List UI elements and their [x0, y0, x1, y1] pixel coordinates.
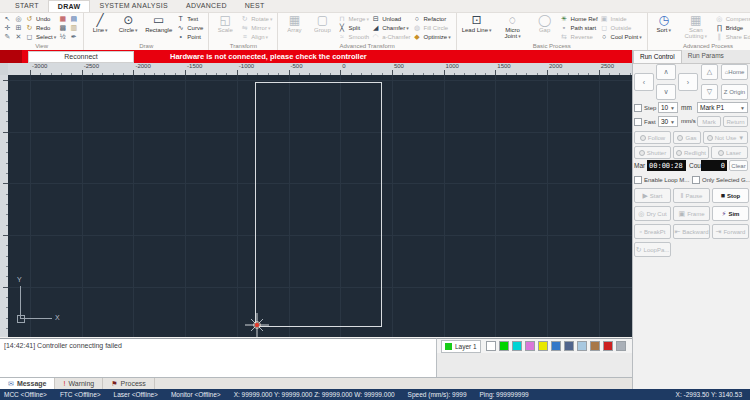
ribbon-item-reverse[interactable]: ⇆Reverse [560, 32, 598, 41]
drawing-canvas[interactable]: Y X [8, 75, 632, 337]
ribbon-item-circle[interactable]: ⊙Circle▾ [115, 14, 141, 33]
menu-tab-start[interactable]: START [6, 0, 48, 12]
redlight-toggle-button[interactable]: Redlight [673, 146, 709, 159]
layer-color-swatch-2[interactable] [499, 341, 509, 351]
jog-down-button[interactable]: ∨ [656, 84, 676, 100]
ribbon-item-mirror[interactable]: ⇋Mirror▾ [240, 23, 272, 32]
start-button[interactable]: ▶Start [634, 188, 671, 203]
layer-color-swatch-6[interactable] [551, 341, 561, 351]
ribbon-item-rectangle[interactable]: ▭Rectangle [143, 14, 174, 33]
ribbon-item-micro-joint[interactable]: ◌Micro Joint▾ [496, 14, 530, 39]
breakpt-button[interactable]: ▫BreakPt [634, 224, 671, 239]
mark-position-select[interactable]: Mark P1▼ [697, 102, 748, 113]
enable-loop-checkbox[interactable]: Enable Loop M... [634, 176, 689, 184]
ribbon-item-grid-red-icon[interactable]: ▦ [58, 14, 67, 23]
ribbon-item-home-ref[interactable]: ✳Home Ref [560, 14, 598, 23]
ribbon-item-line[interactable]: ╱Line▾ [87, 14, 113, 33]
layer-color-swatch-9[interactable] [590, 341, 600, 351]
jog-left-button[interactable]: ‹ [634, 73, 654, 91]
z-down-button[interactable]: ▽ [701, 84, 718, 100]
menu-tab-advanced[interactable]: ADVANCED [177, 0, 236, 12]
not-use-toggle-button[interactable]: Not Use▼ [703, 131, 748, 144]
ribbon-item-gap[interactable]: ◯Gap [532, 14, 558, 33]
ribbon-item-pan-hand-icon[interactable]: ✛ [3, 23, 12, 32]
backward-button[interactable]: ⇤Backward [673, 224, 710, 239]
ribbon-item-cursor-icon[interactable]: ↖ [3, 14, 12, 23]
ribbon-item-text[interactable]: TText [176, 14, 203, 23]
ribbon-item-smooth[interactable]: ≈Smooth [337, 32, 369, 41]
ribbon-item-undo[interactable]: ↺Undo [25, 14, 56, 23]
ribbon-item-refactor[interactable]: ○Refactor [412, 14, 450, 23]
forward-button[interactable]: ⇥Forward [712, 224, 749, 239]
home-button[interactable]: ⌂Home [721, 64, 748, 80]
ribbon-item-redo[interactable]: ↻Redo [25, 23, 56, 32]
ribbon-item-inside[interactable]: ▣Inside [600, 14, 642, 23]
ribbon-item-picker-icon[interactable]: ✒ [69, 32, 78, 41]
pause-button[interactable]: ‖Pause [673, 188, 710, 203]
ribbon-item-optimize[interactable]: ◆Optimize▾ [412, 32, 450, 41]
layer-color-swatch-11[interactable] [616, 341, 626, 351]
ribbon-item-bridge[interactable]: ∏Bridge [715, 23, 750, 32]
ribbon-item-chamfer[interactable]: ◢Chamfer▾ [371, 23, 410, 32]
jog-up-button[interactable]: ∧ [656, 64, 676, 80]
ribbon-item-select[interactable]: ◻Select▾ [25, 32, 56, 41]
ribbon-item-outside[interactable]: ◻Outside [600, 23, 642, 32]
ribbon-item-sort[interactable]: ◷Sort▾ [651, 14, 677, 33]
ribbon-item-path-start[interactable]: ▫Path start [560, 23, 598, 32]
ribbon-item-half-view-icon[interactable]: ½ [58, 32, 67, 41]
ribbon-item-rotate[interactable]: ↻Rotate▾ [240, 14, 272, 23]
z-up-button[interactable]: △ [701, 64, 718, 80]
stop-button[interactable]: ■Stop [712, 188, 749, 203]
layer-color-swatch-1[interactable] [486, 341, 496, 351]
log-tab-process[interactable]: ⚑Process [103, 378, 155, 389]
ribbon-item-group[interactable]: ▢Group [309, 14, 335, 33]
current-layer-chip[interactable]: Layer 1 [441, 340, 481, 353]
ribbon-item-a-chamfer[interactable]: ◠a-Chamfer [371, 32, 410, 41]
workpiece-rectangle[interactable] [255, 82, 382, 327]
ribbon-item-unload[interactable]: ⊟Unload [371, 14, 410, 23]
fast-value-select[interactable]: 30▼ [658, 116, 678, 127]
layer-color-swatch-7[interactable] [564, 341, 574, 351]
menu-tab-system-analysis[interactable]: SYSTEM ANALYSIS [90, 0, 177, 12]
layer-color-swatch-4[interactable] [525, 341, 535, 351]
layer-color-swatch-3[interactable] [512, 341, 522, 351]
looppa-button[interactable]: ↻LoopPa... [634, 242, 671, 257]
log-tab-message[interactable]: ✉Message [0, 378, 55, 389]
ribbon-item-cool-point[interactable]: ○Cool Point▾ [600, 32, 642, 41]
follow-toggle-button[interactable]: Follow [634, 131, 671, 144]
ribbon-item-zoom-icon[interactable]: ◎ [14, 14, 23, 23]
laser-toggle-button[interactable]: Laser [711, 146, 748, 159]
ribbon-item-panel-tan-icon[interactable]: ▥ [69, 23, 78, 32]
menu-tab-draw[interactable]: DRAW [48, 0, 91, 12]
ribbon-item-split[interactable]: ╳Split [337, 23, 369, 32]
ribbon-item-align[interactable]: ≡Align▾ [240, 32, 272, 41]
ribbon-item-share-edge[interactable]: ∥Share Edge▾ [715, 32, 750, 41]
ribbon-item-scale[interactable]: ◱Scale [212, 14, 238, 33]
menu-tab-nest[interactable]: NEST [236, 0, 274, 12]
layer-color-swatch-10[interactable] [603, 341, 613, 351]
ribbon-item-merge[interactable]: ⊓Merge▾ [337, 14, 369, 23]
layer-color-swatch-5[interactable] [538, 341, 548, 351]
ribbon-item-point[interactable]: •Point [176, 32, 203, 41]
ribbon-item-compensate[interactable]: ◎Compensate▾ [715, 14, 750, 23]
dry-cut-button[interactable]: ◎Dry Cut [634, 206, 671, 221]
panel-tab-run-control[interactable]: Run Control [633, 50, 682, 63]
sim-button[interactable]: ⚡Sim [712, 206, 749, 221]
mark-button[interactable]: Mark [697, 116, 721, 127]
ribbon-item-close-view-icon[interactable]: ✕ [14, 32, 23, 41]
frame-button[interactable]: ▣Frame [673, 206, 710, 221]
panel-tab-run-params[interactable]: Run Params [682, 50, 730, 63]
z-origin-button[interactable]: Z Origin [721, 84, 748, 100]
shutter-toggle-button[interactable]: Shutter [634, 146, 671, 159]
ribbon-item-curve[interactable]: ∿Curve [176, 23, 203, 32]
ribbon-item-grid-dark-icon[interactable]: ▩ [58, 23, 67, 32]
only-selected-checkbox[interactable]: Only Selected G... [692, 176, 750, 184]
clear-counter-button[interactable]: Clear [729, 160, 748, 171]
step-value-select[interactable]: 10▼ [658, 102, 678, 113]
ribbon-item-array[interactable]: ▦Array [281, 14, 307, 33]
log-tab-warning[interactable]: !Warning [55, 378, 103, 389]
ribbon-item-panel-blue-icon[interactable]: ▤ [69, 14, 78, 23]
ribbon-item-fill-circle[interactable]: ◍Fill Circle [412, 23, 450, 32]
ribbon-item-lead-line[interactable]: ⊡Lead Line▾ [460, 14, 494, 33]
fast-checkbox[interactable]: Fast [634, 118, 656, 126]
